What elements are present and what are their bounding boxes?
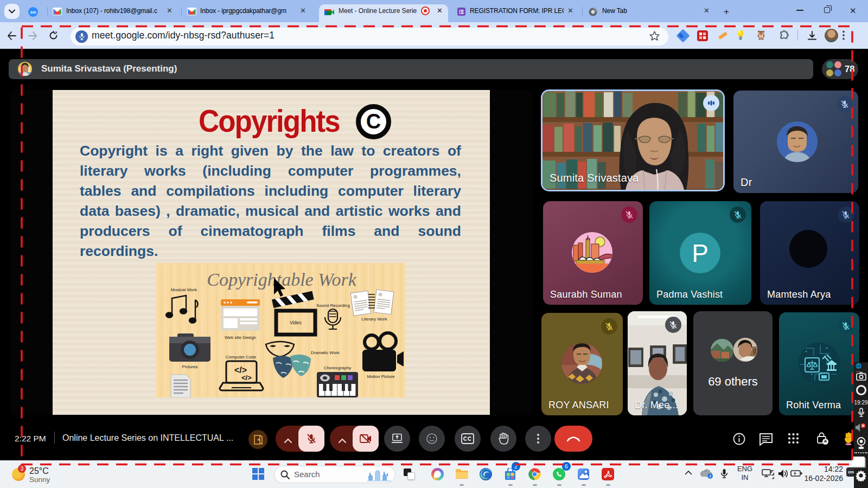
svg-text:Sound Recording: Sound Recording (316, 303, 350, 308)
svg-text:Musical Work: Musical Work (171, 287, 197, 292)
svg-text:Pictures: Pictures (182, 364, 198, 369)
svg-text:</>: </> (241, 374, 252, 382)
svg-text:Video: Video (290, 320, 302, 325)
svg-text:Motion Picture: Motion Picture (367, 374, 395, 379)
svg-text:Choreography: Choreography (324, 365, 352, 370)
svg-text:Computer Code: Computer Code (226, 355, 257, 359)
svg-text:Dramatic Work: Dramatic Work (311, 350, 340, 355)
svg-text:Literary Work: Literary Work (361, 317, 387, 322)
svg-text:Web site Design: Web site Design (225, 335, 256, 340)
